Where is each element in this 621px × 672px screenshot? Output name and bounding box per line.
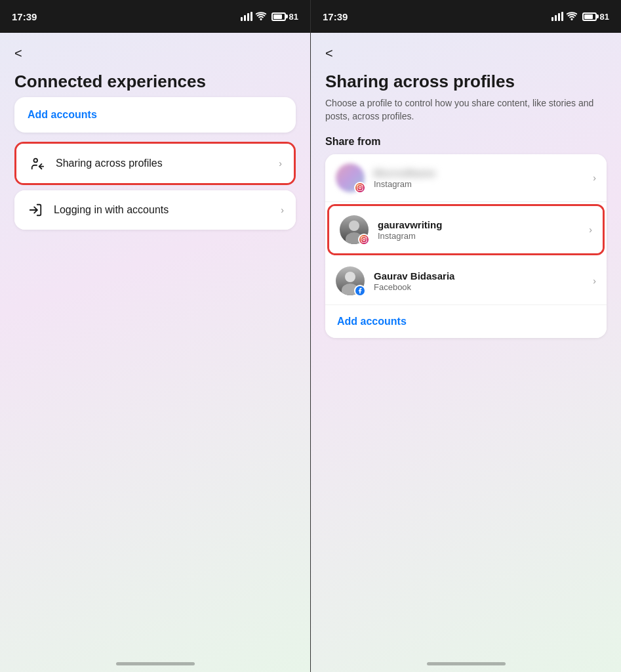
blurred-chevron: › — [593, 173, 596, 183]
left-screen-content: < Connected experiences Add accounts Sha… — [0, 33, 310, 672]
svg-rect-10 — [558, 13, 560, 21]
gauravwriting-info: gauravwriting Instagram — [378, 219, 589, 241]
svg-point-4 — [260, 18, 262, 20]
right-status-bar: 17:39 81 — [311, 0, 621, 33]
svg-rect-16 — [361, 237, 367, 242]
svg-point-12 — [571, 18, 572, 20]
svg-point-17 — [363, 239, 365, 241]
blurred-avatar-wrap — [336, 163, 365, 192]
gauravwriting-platform: Instagram — [378, 231, 589, 241]
right-screen-content: < Sharing across profiles Choose a profi… — [311, 33, 621, 672]
blurred-platform: Instagram — [374, 179, 593, 189]
logging-chevron: › — [281, 205, 284, 215]
gauravwriting-chevron: › — [589, 224, 592, 235]
right-wifi-icon — [567, 12, 577, 21]
svg-point-18 — [365, 238, 366, 238]
right-page-title: Sharing across profiles — [325, 72, 607, 92]
left-status-icons: 81 — [241, 12, 298, 22]
instagram-badge-1 — [354, 182, 366, 194]
right-add-accounts-button[interactable]: Add accounts — [325, 305, 607, 338]
svg-rect-8 — [551, 17, 553, 21]
svg-rect-2 — [247, 13, 249, 21]
gauravwriting-highlighted-wrap: gauravwriting Instagram › — [325, 202, 607, 257]
blurred-account-info: BlurredName Instagram — [374, 167, 593, 189]
gauravwriting-red-border: gauravwriting Instagram › — [327, 204, 605, 255]
instagram-badge-2 — [358, 234, 370, 245]
login-icon — [26, 201, 45, 219]
gauravwriting-name: gauravwriting — [378, 219, 589, 230]
left-home-indicator — [116, 662, 195, 665]
right-page-subtitle: Choose a profile to control how you shar… — [325, 97, 607, 123]
sharing-highlighted-card: Sharing across profiles › — [14, 142, 296, 185]
left-back-button[interactable]: < — [14, 46, 34, 61]
left-phone: 17:39 81 < — [0, 0, 310, 672]
gaurav-bidasaria-name: Gaurav Bidasaria — [374, 270, 593, 282]
blurred-name: BlurredName — [374, 167, 593, 178]
svg-point-15 — [361, 186, 362, 186]
left-battery: 81 — [289, 12, 298, 22]
battery-icon — [271, 12, 286, 21]
right-home-indicator — [427, 662, 506, 665]
sharing-chevron: › — [279, 158, 282, 169]
left-status-bar: 17:39 81 — [0, 0, 310, 33]
logging-in-item[interactable]: Logging in with accounts › — [14, 190, 296, 230]
left-time: 17:39 — [12, 11, 37, 22]
sharing-across-profiles-item[interactable]: Sharing across profiles › — [16, 144, 294, 183]
sharing-label: Sharing across profiles — [56, 158, 279, 169]
left-page-title: Connected experiences — [14, 72, 296, 92]
right-battery-icon — [582, 12, 597, 21]
blurred-instagram-item[interactable]: BlurredName Instagram › — [325, 154, 607, 202]
wifi-icon — [256, 12, 266, 21]
gaurav-bidasaria-avatar-wrap — [336, 266, 365, 295]
svg-rect-0 — [241, 17, 243, 21]
right-time: 17:39 — [323, 11, 348, 22]
gauravwriting-item[interactable]: gauravwriting Instagram › — [329, 206, 603, 253]
gauravwriting-avatar-wrap — [340, 215, 369, 244]
right-phone: 17:39 81 < Sharing acr — [311, 0, 621, 672]
right-signal-icon — [551, 12, 563, 21]
add-accounts-button[interactable]: Add accounts — [14, 97, 296, 133]
svg-rect-11 — [561, 12, 563, 21]
right-status-icons: 81 — [551, 12, 609, 22]
gaurav-bidasaria-item[interactable]: Gaurav Bidasaria Facebook › — [325, 257, 607, 305]
svg-point-5 — [34, 159, 38, 163]
sharing-icon — [28, 154, 47, 173]
share-from-label: Share from — [325, 136, 607, 148]
svg-point-14 — [359, 187, 361, 189]
right-back-button[interactable]: < — [325, 46, 345, 61]
logging-card: Logging in with accounts › — [14, 190, 296, 230]
right-battery: 81 — [600, 12, 609, 22]
svg-rect-13 — [357, 185, 363, 190]
gaurav-bidasaria-info: Gaurav Bidasaria Facebook — [374, 270, 593, 292]
gaurav-bidasaria-chevron: › — [593, 276, 596, 286]
logging-label: Logging in with accounts — [54, 204, 281, 216]
svg-rect-3 — [250, 12, 252, 21]
facebook-badge — [354, 285, 366, 297]
svg-rect-9 — [555, 15, 557, 21]
signal-icon — [241, 12, 252, 21]
accounts-card: BlurredName Instagram › — [325, 154, 607, 338]
gaurav-bidasaria-platform: Facebook — [374, 282, 593, 292]
svg-rect-1 — [244, 15, 246, 21]
